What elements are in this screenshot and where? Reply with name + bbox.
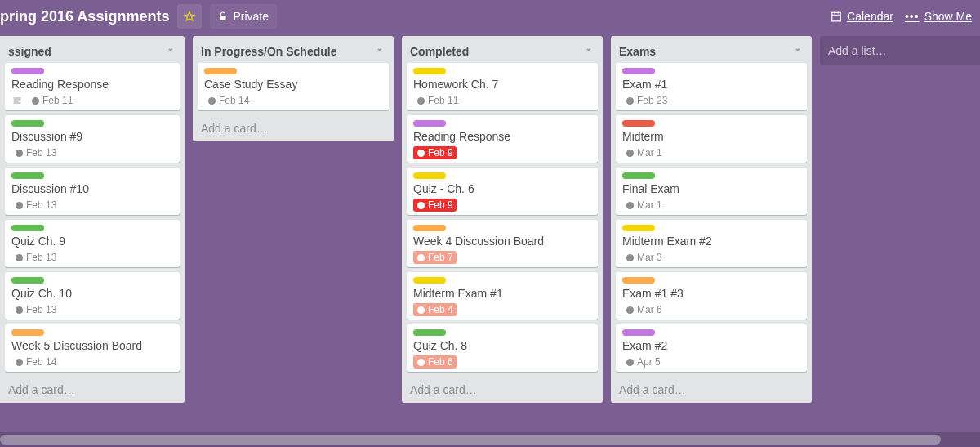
card[interactable]: Homework Ch. 7 Feb 11	[407, 63, 598, 110]
card-label	[413, 277, 446, 284]
lock-icon	[218, 11, 228, 21]
list-title: Exams	[619, 45, 656, 58]
card-title: Reading Response	[413, 130, 591, 143]
card[interactable]: Discussion #9 Feb 13	[5, 115, 180, 163]
add-card-button[interactable]: Add a card…	[193, 115, 394, 141]
due-date-text: Feb 11	[428, 95, 458, 106]
due-date-badge: Feb 14	[204, 94, 252, 107]
due-date-text: Feb 13	[26, 304, 56, 315]
card-title: Exam #1 #3	[622, 287, 800, 300]
add-list-button[interactable]: Add a list…	[820, 36, 980, 65]
star-button[interactable]	[177, 4, 202, 29]
card[interactable]: Reading Response Feb 9	[407, 115, 598, 163]
board-canvas[interactable]: ssigned Reading Response Feb 11 Discussi…	[0, 33, 980, 432]
due-date-text: Mar 3	[637, 252, 662, 263]
card-badges: Feb 13	[11, 251, 173, 264]
list-menu-icon[interactable]	[583, 44, 595, 58]
card[interactable]: Quiz - Ch. 6 Feb 9	[407, 168, 598, 215]
privacy-button[interactable]: Private	[210, 4, 277, 29]
calendar-link[interactable]: Calendar	[831, 10, 893, 23]
card[interactable]: Discussion #10 Feb 13	[5, 168, 180, 215]
card[interactable]: Quiz Ch. 10 Feb 13	[5, 272, 180, 320]
menu-label: Show Me	[924, 10, 972, 23]
card-badges: Feb 11	[11, 94, 173, 107]
due-date-badge: Feb 4	[413, 303, 457, 316]
horizontal-scrollbar[interactable]	[0, 432, 980, 447]
board-header: pring 2016 Assignments Private Calendar …	[0, 0, 980, 33]
card-title: Quiz Ch. 9	[11, 235, 173, 248]
card[interactable]: Midterm Exam #2 Mar 3	[616, 220, 807, 267]
scrollbar-thumb[interactable]	[0, 435, 941, 445]
due-date-text: Feb 13	[26, 199, 56, 211]
board-title[interactable]: pring 2016 Assignments	[0, 8, 169, 25]
card-badges: Feb 14	[11, 355, 173, 369]
card-label	[622, 68, 655, 74]
add-card-button[interactable]: Add a card…	[402, 377, 603, 403]
card-badges: Feb 11	[413, 94, 591, 107]
due-date-text: Apr 5	[637, 356, 661, 368]
due-date-badge: Feb 9	[413, 199, 457, 212]
due-date-badge: Feb 11	[413, 94, 461, 107]
list-header[interactable]: ssigned	[0, 36, 185, 63]
card-badges: Mar 1	[622, 199, 800, 212]
list-header[interactable]: Completed	[402, 36, 603, 63]
card-badges: Mar 6	[622, 303, 800, 316]
card-label	[622, 172, 655, 179]
due-date-badge: Feb 23	[622, 94, 670, 107]
card[interactable]: Exam #2 Apr 5	[616, 324, 807, 372]
card-title: Quiz Ch. 8	[413, 339, 591, 352]
due-date-text: Feb 11	[42, 95, 73, 106]
due-date-text: Feb 6	[428, 356, 453, 368]
card[interactable]: Exam #1 #3 Mar 6	[616, 272, 807, 320]
card-badges: Feb 9	[413, 199, 591, 212]
card-badges: Feb 14	[204, 94, 382, 107]
add-card-button[interactable]: Add a card…	[0, 377, 185, 403]
cards-container: Homework Ch. 7 Feb 11 Reading Response F…	[402, 63, 603, 377]
due-date-text: Feb 13	[26, 252, 56, 263]
due-date-text: Feb 14	[219, 95, 249, 106]
add-card-button[interactable]: Add a card…	[611, 377, 812, 403]
due-date-badge: Mar 3	[622, 251, 666, 264]
due-date-badge: Feb 9	[413, 146, 457, 159]
card[interactable]: Midterm Mar 1	[616, 115, 807, 163]
card-title: Final Exam	[622, 182, 800, 195]
privacy-label: Private	[233, 10, 269, 23]
list: In Progress/On Schedule Case Study Essay…	[193, 36, 394, 141]
label-row	[11, 120, 173, 127]
card-badges: Mar 1	[622, 146, 800, 159]
card[interactable]: Final Exam Mar 1	[616, 168, 807, 215]
list-header[interactable]: In Progress/On Schedule	[193, 36, 394, 63]
due-date-badge: Mar 6	[622, 303, 666, 316]
list: Completed Homework Ch. 7 Feb 11 Reading …	[402, 36, 603, 403]
list: Exams Exam #1 Feb 23 Midterm Mar 1 Final…	[611, 36, 812, 403]
card-label	[11, 277, 44, 284]
card[interactable]: Week 5 Discussion Board Feb 14	[5, 324, 180, 372]
calendar-icon	[831, 11, 842, 22]
card[interactable]: Exam #1 Feb 23	[616, 63, 807, 110]
card-label	[622, 329, 655, 336]
card-badges: Feb 13	[11, 146, 173, 159]
show-menu-link[interactable]: ••• Show Me	[905, 10, 972, 23]
list-header[interactable]: Exams	[611, 36, 812, 63]
card-badges: Feb 23	[622, 94, 800, 107]
due-date-text: Feb 9	[428, 199, 453, 211]
card[interactable]: Case Study Essay Feb 14	[198, 63, 389, 110]
card-label	[622, 120, 655, 127]
card-label	[413, 329, 446, 336]
card[interactable]: Midterm Exam #1 Feb 4	[407, 272, 598, 320]
label-row	[11, 225, 173, 231]
card[interactable]: Reading Response Feb 11	[5, 63, 180, 110]
card[interactable]: Quiz Ch. 8 Feb 6	[407, 324, 598, 372]
card[interactable]: Week 4 Discussion Board Feb 7	[407, 220, 598, 267]
label-row	[413, 120, 591, 127]
label-row	[11, 68, 173, 74]
label-row	[204, 68, 382, 74]
list: ssigned Reading Response Feb 11 Discussi…	[0, 36, 185, 403]
card-badges: Feb 9	[413, 146, 591, 159]
list-menu-icon[interactable]	[792, 44, 804, 58]
list-menu-icon[interactable]	[165, 44, 176, 58]
card-title: Discussion #9	[11, 130, 173, 143]
card[interactable]: Quiz Ch. 9 Feb 13	[5, 220, 180, 267]
due-date-badge: Feb 14	[11, 355, 60, 369]
list-menu-icon[interactable]	[374, 44, 385, 58]
